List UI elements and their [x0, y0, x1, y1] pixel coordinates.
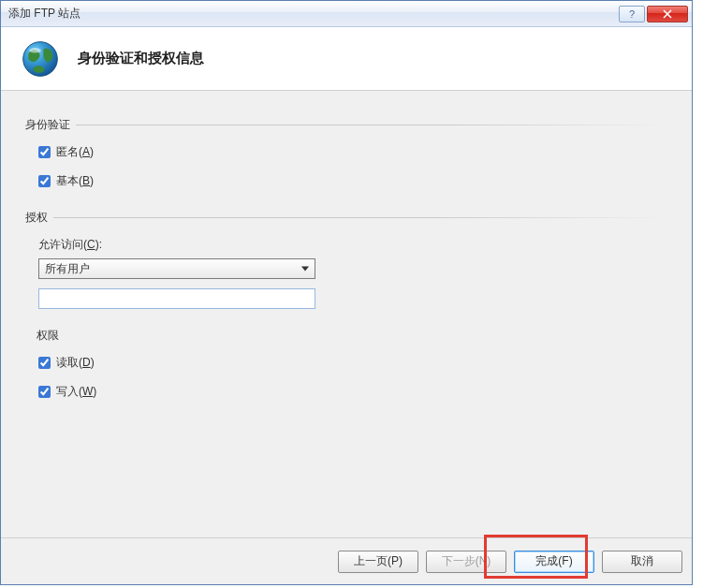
titlebar: 添加 FTP 站点 ?	[1, 1, 692, 27]
anonymous-checkbox-row: 匿名(A)	[38, 144, 667, 160]
read-label[interactable]: 读取(D)	[56, 355, 95, 371]
window-title: 添加 FTP 站点	[8, 6, 617, 22]
read-checkbox-row: 读取(D)	[38, 355, 667, 371]
allow-access-label: 允许访问(C):	[38, 237, 667, 253]
dialog-content: 身份验证 匿名(A) 基本(B) 授权 允许访问(C): 所有用户	[1, 91, 692, 538]
permissions-label: 权限	[37, 328, 667, 344]
close-icon	[663, 9, 672, 19]
write-label[interactable]: 写入(W)	[56, 384, 96, 400]
write-checkbox[interactable]	[38, 386, 51, 398]
basic-checkbox[interactable]	[38, 175, 51, 187]
dialog-header: 身份验证和授权信息	[1, 27, 692, 91]
authentication-legend: 身份验证	[25, 117, 667, 133]
close-button[interactable]	[647, 6, 688, 22]
cancel-button[interactable]: 取消	[602, 551, 682, 573]
titlebar-buttons: ?	[617, 6, 688, 22]
allow-access-select-wrap: 所有用户	[38, 258, 315, 279]
globe-icon	[20, 38, 61, 80]
anonymous-label[interactable]: 匿名(A)	[56, 144, 94, 160]
dialog-window: 添加 FTP 站点 ?	[0, 0, 693, 585]
allow-access-value: 所有用户	[45, 261, 90, 277]
allow-access-select[interactable]: 所有用户	[38, 258, 315, 279]
help-button[interactable]: ?	[619, 6, 645, 22]
authorization-section: 授权 允许访问(C): 所有用户 权限 读取(D) 写入(W)	[25, 210, 667, 400]
chevron-down-icon	[301, 267, 309, 272]
page-title: 身份验证和授权信息	[78, 50, 204, 67]
authorization-input[interactable]	[38, 288, 315, 309]
basic-checkbox-row: 基本(B)	[38, 173, 667, 189]
permissions-section: 权限 读取(D) 写入(W)	[25, 328, 667, 400]
authorization-legend: 授权	[25, 210, 667, 226]
svg-point-1	[29, 48, 41, 53]
read-checkbox[interactable]	[38, 357, 51, 369]
help-icon: ?	[629, 8, 635, 20]
dialog-footer: 上一页(P) 下一步(N) 完成(F) 取消	[1, 537, 692, 584]
authentication-section: 身份验证 匿名(A) 基本(B)	[25, 117, 667, 189]
write-checkbox-row: 写入(W)	[38, 384, 667, 400]
anonymous-checkbox[interactable]	[38, 146, 51, 158]
basic-label[interactable]: 基本(B)	[56, 173, 94, 189]
previous-button[interactable]: 上一页(P)	[338, 551, 418, 573]
finish-button[interactable]: 完成(F)	[514, 551, 594, 573]
next-button: 下一步(N)	[426, 551, 506, 573]
